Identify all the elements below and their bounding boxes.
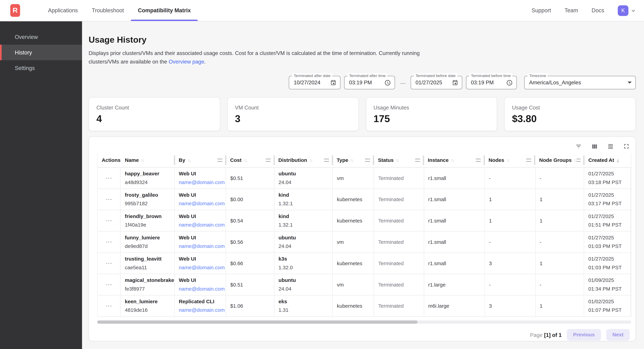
sidebar-item-settings[interactable]: Settings (0, 60, 82, 76)
terminated-before-date-field[interactable]: Terminated before date 01/27/2025 (410, 76, 462, 89)
created-by-email-link[interactable]: name@domain.com (179, 242, 226, 250)
created-by-source: Replicated CLI (179, 298, 226, 306)
row-actions-ellipsis-icon[interactable]: ••• (105, 176, 113, 180)
column-header-instance[interactable]: Instance↑↓ (424, 153, 484, 167)
column-menu-icon[interactable] (324, 159, 329, 162)
terminated-after-time-field[interactable]: Terminated after time 03:19 PM (344, 76, 395, 89)
date-range-separator: — (400, 79, 406, 86)
cell-value: kubernetes (337, 197, 374, 202)
sort-arrows-icon[interactable]: ↑↓ (187, 158, 190, 163)
replicated-logo-icon[interactable]: R (10, 4, 20, 17)
scrollbar-thumb[interactable] (97, 321, 418, 324)
stat-card-vm-count: VM Count3 (227, 97, 359, 131)
sort-arrows-icon[interactable]: ↑↓ (309, 158, 312, 163)
next-button[interactable]: Next (606, 329, 630, 341)
column-menu-icon[interactable] (218, 159, 222, 162)
sidebar-item-label: Overview (15, 34, 38, 40)
sort-arrows-icon[interactable]: ↑↓ (396, 158, 398, 163)
row-actions-ellipsis-icon[interactable]: ••• (105, 283, 113, 287)
cell-value: 1 (489, 197, 535, 202)
created-by-email-link[interactable]: name@domain.com (179, 178, 226, 186)
row-actions-ellipsis-icon[interactable]: ••• (105, 240, 113, 244)
distribution-name: ubuntu (278, 170, 332, 178)
terminated-after-date-field[interactable]: Terminated after date 10/27/2024 (289, 76, 340, 89)
sort-arrows-icon[interactable]: ↑↓ (244, 158, 246, 163)
column-header-node-groups[interactable]: Node Groups↑↓ (535, 153, 584, 167)
column-menu-icon[interactable] (266, 159, 270, 162)
column-header-distribution[interactable]: Distribution↑↓ (274, 153, 332, 167)
column-menu-icon[interactable] (415, 159, 420, 162)
nav-link-docs[interactable]: Docs (592, 7, 604, 13)
cell-actions: ••• (98, 210, 121, 231)
horizontal-scrollbar[interactable] (97, 321, 631, 324)
sidebar-item-overview[interactable]: Overview (0, 29, 82, 44)
cell-value: $0.66 (230, 260, 274, 266)
cell-nodes: - (485, 168, 536, 189)
page-value: [1] of 1 (544, 332, 562, 338)
calendar-icon[interactable] (452, 79, 458, 86)
column-menu-icon[interactable] (526, 159, 531, 162)
column-menu-icon[interactable] (476, 159, 481, 162)
sort-arrows-icon[interactable]: ↑↓ (141, 158, 144, 163)
cell-created-at: 01/02/202501:07 PM PST (584, 295, 631, 316)
column-header-actions[interactable]: Actions (98, 153, 121, 167)
column-header-label: Nodes (488, 157, 504, 163)
nav-link-support[interactable]: Support (532, 7, 551, 13)
column-header-type[interactable]: Type↑↓ (332, 153, 374, 167)
table-row: •••happy_beavera48d9324Web UIname@domain… (98, 168, 631, 189)
created-date: 01/09/2025 (588, 276, 630, 285)
cell-node-groups: 1 (536, 253, 584, 274)
cell-distribution: ubuntu24.04 (274, 168, 333, 189)
density-icon[interactable] (607, 143, 614, 150)
cell-distribution: kind1.32.1 (274, 189, 333, 210)
clock-icon[interactable] (384, 79, 391, 86)
created-by-email-link[interactable]: name@domain.com (179, 285, 226, 293)
clock-icon[interactable] (506, 79, 513, 86)
chevron-down-icon[interactable] (630, 7, 636, 14)
columns-icon[interactable] (591, 143, 598, 150)
sort-arrows-icon[interactable]: ↑↓ (574, 158, 577, 163)
column-header-by[interactable]: By↑↓ (175, 153, 226, 167)
distribution-name: ubuntu (278, 234, 332, 242)
cell-value: kubernetes (337, 218, 374, 224)
column-header-nodes[interactable]: Nodes↑↓ (484, 153, 535, 167)
cell-cost: $0.51 (226, 274, 274, 295)
column-header-name[interactable]: Name↑↓ (121, 153, 174, 167)
column-header-status[interactable]: Status↑↓ (374, 153, 424, 167)
status-badge: Terminated (378, 282, 424, 288)
fullscreen-icon[interactable] (623, 143, 630, 150)
column-menu-icon[interactable] (365, 159, 370, 162)
sort-arrows-icon[interactable]: ↑↓ (350, 158, 353, 163)
created-by-email-link[interactable]: name@domain.com (179, 221, 226, 229)
tab-compatibility-matrix[interactable]: Compatibility Matrix (131, 0, 198, 21)
sidebar-item-history[interactable]: History (0, 45, 82, 60)
column-header-cost[interactable]: Cost↑↓ (226, 153, 274, 167)
overview-page-link[interactable]: Overview page (169, 58, 204, 65)
terminated-before-time-field[interactable]: Terminated before time 03:19 PM (466, 76, 517, 89)
row-actions-ellipsis-icon[interactable]: ••• (105, 304, 113, 308)
cell-value: 1 (540, 218, 584, 224)
sort-desc-arrow-icon[interactable]: ↓ (617, 157, 620, 163)
column-header-created-at[interactable]: Created At↓ (584, 153, 631, 167)
filter-icon[interactable] (575, 143, 582, 150)
user-avatar[interactable]: K (618, 5, 628, 16)
created-by-email-link[interactable]: name@domain.com (179, 199, 226, 208)
created-by-email-link[interactable]: name@domain.com (179, 306, 226, 314)
sort-arrows-icon[interactable]: ↑↓ (451, 158, 454, 163)
cell-value: 1 (489, 218, 535, 224)
timezone-select[interactable]: Timezone America/Los_Angeles (524, 76, 636, 89)
tab-applications[interactable]: Applications (41, 0, 85, 21)
column-menu-icon[interactable] (576, 159, 580, 162)
cell-value: $0.00 (230, 197, 274, 202)
row-actions-ellipsis-icon[interactable]: ••• (105, 198, 113, 201)
row-actions-ellipsis-icon[interactable]: ••• (105, 261, 113, 265)
created-by-source: Web UI (179, 191, 226, 199)
row-actions-ellipsis-icon[interactable]: ••• (105, 219, 113, 223)
cell-value: $0.51 (230, 175, 274, 181)
previous-button[interactable]: Previous (567, 329, 601, 341)
created-by-email-link[interactable]: name@domain.com (179, 263, 226, 272)
nav-link-team[interactable]: Team (564, 7, 578, 13)
tab-troubleshoot[interactable]: Troubleshoot (85, 0, 131, 21)
sort-arrows-icon[interactable]: ↑↓ (506, 158, 509, 163)
calendar-icon[interactable] (330, 79, 336, 86)
